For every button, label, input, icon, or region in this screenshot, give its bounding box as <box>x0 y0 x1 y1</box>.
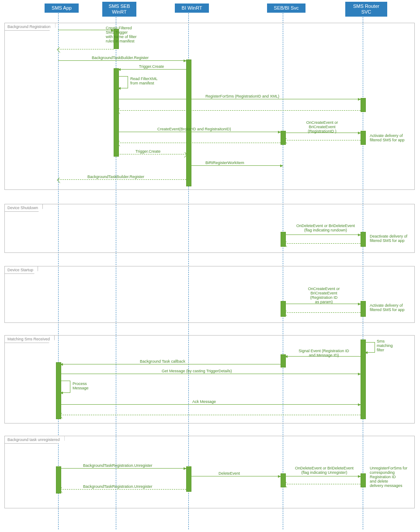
frame-matching: Matching Sms Received <box>4 335 415 424</box>
lbl-oncreate-2: OnCreateEvent or BriCreateEvent (Registr… <box>304 287 344 304</box>
frame-label: Background task unregistered <box>5 436 65 444</box>
actor-sms-seb-winrt: SMS SEB WinRT <box>102 2 136 17</box>
lbl-read-filter: Read FilterXML from manifest <box>130 77 158 86</box>
msg-get-msg <box>60 374 361 374</box>
msg-ondelete-1 <box>285 234 361 235</box>
lbl-ack: Ack Message <box>192 400 216 404</box>
note-activate-1: Activate delivery of filtered SMS for ap… <box>370 134 405 143</box>
msg-self-matching <box>365 342 375 353</box>
msg-createevent-ret <box>118 143 281 143</box>
msg-trigger-create-ret <box>118 154 186 154</box>
frame-label: Device Shutdown <box>5 204 43 212</box>
lbl-trigger-create-2: Trigger.Create <box>135 150 160 154</box>
note-unregister-sms: UnregisterForSms for corresponding Regis… <box>370 466 413 488</box>
lbl-ondelete-1: OnDeleteEvent or BriDeleteEvent (flag in… <box>293 224 358 233</box>
msg-register-for-sms-ret <box>118 110 361 111</box>
frame-startup: Device Startup <box>4 266 415 323</box>
msg-self-read-filter <box>118 76 128 88</box>
msg-oncreate-2-ret <box>285 312 361 313</box>
actor-sms-app: SMS App <box>45 4 79 13</box>
activation-router-2 <box>361 131 366 145</box>
msg-create-event <box>118 132 281 132</box>
activation-router-1 <box>361 98 366 112</box>
frame-label: Background Registration <box>5 23 56 31</box>
msg-bg-callback <box>60 364 281 364</box>
msg-oncreate-ret <box>285 140 361 140</box>
activation-router-6 <box>361 473 366 487</box>
lbl-matching: Sms matching filter <box>377 340 399 353</box>
lbl-delete-event: DeleteEvent <box>219 472 240 476</box>
actor-sms-router-svc: SMS Router SVC <box>345 2 387 17</box>
msg-register <box>58 60 186 61</box>
lbl-trigger-create: Trigger.Create <box>139 65 164 69</box>
msg-self-process <box>60 381 70 393</box>
lbl-register-for-sms: RegisterForSms (RegistrationID and XML) <box>205 94 279 99</box>
activation-bi-2 <box>186 466 191 492</box>
lbl-birt: BiRtRegisterWorkItem <box>205 161 244 165</box>
msg-delete-event <box>191 476 281 476</box>
sequence-diagram: SMS App SMS SEB WinRT BI WinRT SEB/BI Sv… <box>0 0 420 532</box>
lbl-create-event: CreateEvent(BrokerID and RegistraitonID) <box>157 127 231 132</box>
frame-label: Matching Sms Received <box>5 336 55 343</box>
lbl-bg-callback: Background Task callback <box>140 360 185 364</box>
msg-create-filtered <box>58 30 114 30</box>
actor-seb-bi-svc: SEB/BI Svc <box>267 4 305 13</box>
msg-create-filtered-ret <box>58 49 114 49</box>
activation-router-3 <box>361 232 366 247</box>
actor-bi-winrt: BI WinRT <box>175 4 209 13</box>
msg-ondelete-1-ret <box>285 243 361 244</box>
activation-bi-1 <box>186 60 191 186</box>
lbl-create-filtered: Create Filtered SMS Trigger with name of… <box>106 26 145 44</box>
lbl-signal: Signal Event (Registration ID and Messag… <box>295 349 352 358</box>
msg-ack-ret <box>60 415 361 415</box>
msg-unregister <box>60 468 186 469</box>
lbl-process: Process Message <box>73 382 89 391</box>
msg-register-for-sms <box>118 99 361 99</box>
msg-trigger-create <box>118 69 186 70</box>
note-deactivate: Deactivate delivery of filtered SMS for … <box>370 234 407 243</box>
lbl-unregister: BackgroundTaskRegistration.Unregister <box>83 464 153 468</box>
lbl-oncreate: OnCreateEvent or BriCreateEvent (Registr… <box>302 121 342 134</box>
note-activate-2: Activate delivery of filtered SMS for ap… <box>370 304 405 312</box>
activation-router-4 <box>361 301 366 317</box>
msg-unregister-ret <box>60 489 186 490</box>
msg-ondelete-2-ret <box>285 484 361 484</box>
frame-label: Device Startup <box>5 266 38 274</box>
lbl-get-msg: Get Message (by casting TriggerDetails) <box>162 369 232 374</box>
msg-ack <box>60 404 361 405</box>
lbl-register: BackgroundTaskBuilder.Register <box>92 56 149 60</box>
lbl-register-ret: BackgroundTaskBuilder.Register <box>87 175 144 179</box>
msg-ondelete-2 <box>285 476 361 476</box>
msg-birt <box>191 165 283 166</box>
lbl-ondelete-2: OnDeleteEvent or BriDeleteEvent (flag in… <box>289 466 359 475</box>
lbl-unregister-ret: BackgroundTaskRegistration.Unregister <box>83 485 153 489</box>
msg-register-ret <box>58 179 186 180</box>
